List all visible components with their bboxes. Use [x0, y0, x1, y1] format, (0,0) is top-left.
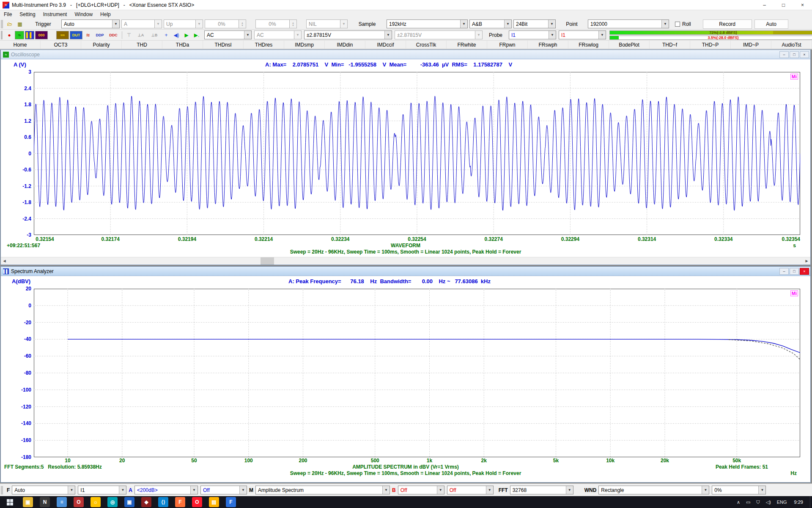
fft-size-select[interactable]: 32768▼ [510, 486, 573, 494]
window-function-select[interactable]: Rectangle▼ [598, 486, 709, 494]
tab-thda[interactable]: THDa [162, 41, 203, 49]
scroll-right-icon[interactable]: ▶ [803, 257, 810, 265]
volume-icon[interactable]: ◁) [766, 500, 771, 505]
tab-audiotst[interactable]: AudioTst [771, 41, 812, 49]
scroll-left-icon[interactable]: ◀ [1, 257, 8, 265]
point-count-select[interactable]: 192000▼ [588, 19, 669, 28]
taskbar-app-12[interactable]: ▤ [209, 497, 219, 507]
menu-help[interactable]: Help [96, 10, 115, 19]
menu-window[interactable]: Window [71, 10, 96, 19]
sample-rate-select[interactable]: 192kHz▼ [387, 19, 468, 28]
a-option-select[interactable]: Off▼ [200, 486, 247, 494]
osc-horizontal-scrollbar[interactable]: ◀ ▶ [1, 257, 810, 264]
b-option-select[interactable]: Off▼ [447, 486, 494, 494]
spectrum-plot[interactable]: Mi [34, 289, 800, 457]
close-button[interactable]: × [793, 0, 812, 10]
taskbar-app-10[interactable]: F [175, 497, 185, 507]
show-desktop-button[interactable] [810, 496, 812, 508]
maximize-button[interactable]: □ [790, 51, 799, 58]
clock[interactable]: 9:29 [794, 500, 803, 505]
tab-frwhite[interactable]: FRwhite [447, 41, 487, 49]
taskbar-app-3[interactable]: ≡ [57, 497, 67, 507]
tab-thdnsl[interactable]: THDnsl [203, 41, 244, 49]
coupling-a-select[interactable]: AC▼ [204, 30, 252, 39]
minimize-button[interactable]: – [779, 268, 789, 275]
oscilloscope-titlebar[interactable]: ≈ Oscilloscope – □ × [1, 50, 810, 59]
measurement-mode-select[interactable]: Amplitude Spectrum▼ [255, 486, 390, 494]
tab-imdccif[interactable]: IMDccif [365, 41, 406, 49]
b-range-select[interactable]: Off▼ [398, 486, 444, 494]
menu-setting[interactable]: Setting [16, 10, 39, 19]
app-titlebar[interactable]: ≈ Multi-Instrument Pro 3.9 - [+DLG+LCR+U… [0, 0, 812, 10]
frequency-channel-select[interactable]: I1▼ [78, 486, 126, 494]
save-file-icon[interactable]: ▦ [15, 20, 25, 28]
stop-icon[interactable]: ● [5, 31, 14, 39]
network-icon[interactable]: ▭ [746, 500, 750, 505]
run-auto-icon[interactable]: ▶. [192, 31, 201, 39]
trigger-mode-select[interactable]: Auto▼ [61, 19, 120, 28]
tab-frswph[interactable]: FRswph [528, 41, 568, 49]
taskbar-app-6[interactable]: ◎ [107, 497, 118, 507]
run-icon[interactable]: ▶ [182, 31, 191, 39]
taskbar-app-2[interactable]: N [40, 497, 50, 507]
tab-frpwn[interactable]: FRpwn [487, 41, 528, 49]
scrollbar-thumb[interactable] [261, 257, 274, 265]
oscilloscope-icon[interactable]: ≈ [15, 31, 24, 39]
language-indicator[interactable]: ENG [777, 500, 787, 505]
signal-generator-icon[interactable]: ≈≈ [56, 31, 69, 39]
probe-b-select[interactable]: I1▼ [559, 30, 606, 39]
open-file-icon[interactable]: 🗁 [5, 20, 14, 28]
security-icon[interactable]: ⛉ [756, 500, 760, 505]
tab-thdres[interactable]: THDres [244, 41, 284, 49]
maximize-button[interactable]: □ [774, 0, 793, 10]
taskbar-app-7[interactable]: ▣ [124, 497, 134, 507]
tab-imddin[interactable]: IMDdin [325, 41, 365, 49]
data-definition-probe-icon[interactable]: DDP [93, 31, 106, 39]
minimize-button[interactable]: – [755, 0, 774, 10]
taskbar-app-4[interactable]: O [74, 497, 84, 507]
menu-file[interactable]: File [0, 10, 16, 19]
taskbar-app-11[interactable]: O [192, 497, 202, 507]
close-button[interactable]: × [800, 268, 809, 275]
spectrum-analyzer-icon[interactable]: ▌▌ [25, 31, 34, 39]
maximize-button[interactable]: □ [790, 268, 799, 275]
sample-channels-select[interactable]: A&B▼ [469, 19, 512, 28]
tab-bodeplot[interactable]: BodePlot [609, 41, 650, 49]
derived-data-curve-icon[interactable]: DDC [107, 31, 120, 39]
waveform-plot[interactable]: Mi [34, 72, 800, 235]
range-a-select[interactable]: ±2.87815V▼ [304, 30, 392, 39]
tab-imdsmp[interactable]: IMDsmp [284, 41, 325, 49]
toolbar-grip[interactable] [1, 31, 3, 39]
frequency-mode-select[interactable]: Auto▼ [12, 486, 75, 494]
probe-a-select[interactable]: I1▼ [509, 30, 556, 39]
toolbar-grip[interactable] [1, 486, 3, 494]
tray-chevron-icon[interactable]: ∧ [737, 500, 740, 505]
tab-polarity[interactable]: Polarity [81, 41, 122, 49]
taskbar-app-13[interactable]: F [226, 497, 236, 507]
minimize-button[interactable]: – [779, 51, 789, 58]
close-button[interactable]: × [800, 51, 809, 58]
overlap-select[interactable]: 0%▼ [712, 486, 766, 494]
taskbar-app-5[interactable]: ☼ [91, 497, 101, 507]
tab-thd-p[interactable]: THD~P [690, 41, 731, 49]
auto-button[interactable]: Auto [754, 19, 788, 29]
a-range-select[interactable]: <200dB>▼ [134, 486, 198, 494]
tab-imd-p[interactable]: IMD~P [731, 41, 771, 49]
spectrum-titlebar[interactable]: ▌▌ Spectrum Analyzer – □ × [1, 267, 810, 276]
taskbar-app-1[interactable]: ▣ [23, 497, 33, 507]
sample-bits-select[interactable]: 24Bit▼ [513, 19, 556, 28]
probe-calibration-icon[interactable]: + [162, 31, 171, 39]
menu-instrument[interactable]: Instrument [39, 10, 71, 19]
toolbar-grip[interactable] [1, 20, 3, 28]
tab-oct3[interactable]: OCT3 [41, 41, 81, 49]
device-test-plan-icon[interactable]: DUT [70, 31, 82, 39]
tab-frswlog[interactable]: FRswlog [568, 41, 609, 49]
tab-thd-f[interactable]: THD~f [650, 41, 690, 49]
taskbar-app-9[interactable]: ⟨⟩ [158, 497, 168, 507]
tab-thd[interactable]: THD [122, 41, 162, 49]
sound-output-icon[interactable]: ◀) [172, 31, 181, 39]
tab-home[interactable]: Home [0, 41, 41, 49]
multimeter-icon[interactable]: 000 [35, 31, 48, 39]
record-button[interactable]: Record [703, 19, 752, 29]
tab-crosstlk[interactable]: CrossTlk [406, 41, 447, 49]
